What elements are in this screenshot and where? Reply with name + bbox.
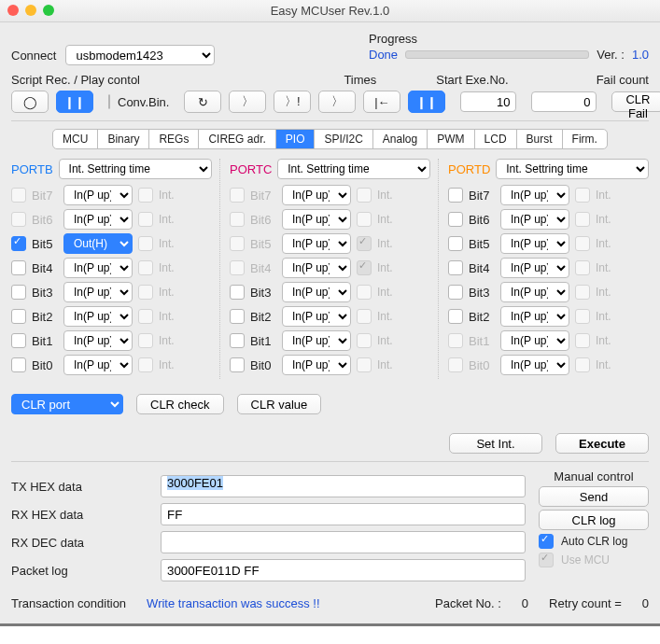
int-settring-select[interactable]: Int. Settring time [59, 159, 212, 179]
bit-mode-select[interactable]: In(P up) [63, 306, 133, 327]
bit-mode-select[interactable]: In(P up) [63, 282, 133, 302]
tab-spi-i2c[interactable]: SPI/I2C [315, 130, 372, 148]
step-stop-button[interactable]: 〉! [274, 91, 311, 113]
tab-analog[interactable]: Analog [373, 130, 428, 148]
bit-mode-select[interactable]: In(P up) [282, 355, 351, 375]
times-label: Times [344, 73, 376, 87]
txhex-input[interactable]: 3000FE01 [161, 475, 526, 497]
fail-count-label: Fail count [597, 73, 649, 87]
tab-pwm[interactable]: PWM [428, 130, 474, 148]
start-exeno-input[interactable] [531, 91, 597, 112]
bit-checkbox[interactable] [11, 357, 26, 372]
close-icon[interactable] [7, 5, 19, 16]
bit-mode-select[interactable]: In(P up) [63, 258, 133, 278]
auto-clr-log-checkbox[interactable] [539, 534, 554, 549]
set-int-button[interactable]: Set Int. [449, 433, 542, 454]
bit-mode-select[interactable]: In(P up) [500, 355, 569, 375]
clr-port-select[interactable]: CLR port [11, 394, 123, 414]
loop-button[interactable]: ↻ [184, 91, 221, 113]
bit-mode-select[interactable]: In(P up) [500, 306, 569, 327]
int-label: Int. [377, 237, 393, 250]
int-settring-select[interactable]: Int. Settring time [496, 159, 649, 179]
rewind-button[interactable]: |← [363, 91, 400, 113]
tab-cireg-adr-[interactable]: CIREG adr. [199, 130, 275, 148]
pause-play-button[interactable]: ❙❙ [408, 91, 445, 113]
bit-checkbox[interactable] [11, 309, 26, 324]
use-mcu-label: Use MCU [561, 553, 610, 567]
bit-checkbox[interactable] [230, 309, 245, 324]
bit-mode-select[interactable]: In(P up) [500, 258, 569, 278]
tab-lcd[interactable]: LCD [475, 130, 517, 148]
minimize-icon[interactable] [25, 5, 36, 16]
rxdec-input[interactable] [161, 531, 526, 553]
bit-mode-select[interactable]: In(P up) [282, 233, 351, 254]
step-fwd-button[interactable]: 〉 [229, 91, 266, 113]
int-label: Int. [377, 310, 393, 323]
tab-pio[interactable]: PIO [276, 130, 316, 148]
bit-label: Bit6 [250, 213, 276, 227]
send-button[interactable]: Send [539, 486, 649, 507]
int-label: Int. [596, 286, 611, 299]
step-back-button[interactable]: 〉 [318, 91, 356, 113]
bit-checkbox[interactable] [448, 285, 463, 300]
clr-check-button[interactable]: CLR check [136, 394, 224, 414]
tab-binary[interactable]: Binary [98, 130, 149, 148]
packetlog-input[interactable] [161, 559, 526, 581]
bit-mode-select[interactable]: In(P up) [282, 258, 351, 278]
bit-checkbox[interactable] [230, 333, 245, 348]
bit-checkbox[interactable] [448, 309, 463, 324]
times-input[interactable] [460, 91, 516, 112]
bit-label: Bit0 [250, 358, 276, 372]
convbin-checkbox[interactable] [108, 94, 110, 109]
int-label: Int. [159, 189, 175, 202]
clr-fail-button[interactable]: CLR Fail [611, 91, 660, 112]
retry-count-label: Retry count = [549, 596, 622, 610]
version-label: Ver. : [597, 48, 625, 62]
bit-label: Bit6 [469, 213, 495, 227]
bit-mode-select[interactable]: In(P up) [282, 185, 351, 205]
bit-mode-select[interactable]: In(P up) [63, 330, 133, 351]
execute-button[interactable]: Execute [555, 433, 649, 454]
int-checkbox [138, 333, 153, 348]
bit-mode-select[interactable]: In(P up) [500, 330, 569, 351]
connect-port-select[interactable]: usbmodem1423 [65, 45, 215, 65]
bit-mode-select[interactable]: In(P up) [500, 209, 569, 230]
clr-value-button[interactable]: CLR value [237, 394, 322, 414]
tab-burst[interactable]: Burst [517, 130, 563, 148]
bit-mode-select[interactable]: In(P up) [500, 282, 569, 302]
bit-label: Bit4 [250, 261, 276, 275]
bit-mode-select[interactable]: In(P up) [500, 185, 569, 205]
int-checkbox [357, 333, 372, 348]
bit-checkbox[interactable] [11, 260, 26, 275]
bit-mode-select[interactable]: In(P up) [282, 306, 351, 327]
bit-checkbox[interactable] [230, 357, 245, 372]
progress-bar [405, 50, 589, 59]
tab-firm-[interactable]: Firm. [563, 130, 607, 148]
bit-checkbox[interactable] [448, 188, 463, 203]
rxhex-input[interactable] [161, 503, 526, 525]
bit-mode-select[interactable]: Out(H) [63, 233, 133, 254]
bit-checkbox[interactable] [448, 260, 463, 275]
bit-mode-select[interactable]: In(P up) [63, 185, 133, 205]
bit-label: Bit5 [250, 237, 276, 251]
record-button[interactable]: ◯ [11, 91, 49, 113]
tab-regs[interactable]: REGs [149, 130, 199, 148]
bit-checkbox[interactable] [448, 212, 463, 227]
bit-mode-select[interactable]: In(P up) [63, 355, 133, 375]
zoom-icon[interactable] [43, 5, 54, 16]
int-settring-select[interactable]: Int. Settring time [277, 159, 430, 179]
clr-log-button[interactable]: CLR log [539, 510, 649, 530]
tab-mcu[interactable]: MCU [53, 130, 98, 148]
bit-checkbox[interactable] [230, 285, 245, 300]
bit-label: Bit7 [32, 189, 58, 203]
pause-rec-button[interactable]: ❙❙ [56, 91, 93, 113]
bit-checkbox[interactable] [11, 285, 26, 300]
bit-checkbox[interactable] [11, 333, 26, 348]
bit-checkbox[interactable] [448, 236, 463, 251]
bit-mode-select[interactable]: In(P up) [282, 209, 351, 230]
bit-mode-select[interactable]: In(P up) [282, 282, 351, 302]
bit-mode-select[interactable]: In(P up) [63, 209, 133, 230]
bit-checkbox[interactable] [11, 236, 26, 251]
bit-mode-select[interactable]: In(P up) [500, 233, 569, 254]
bit-mode-select[interactable]: In(P up) [282, 330, 351, 351]
